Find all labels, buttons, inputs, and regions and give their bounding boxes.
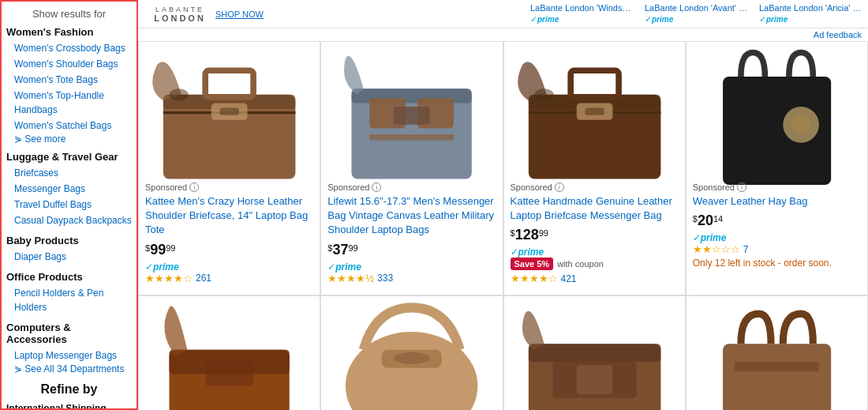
main-content: LABANTE LONDON SHOP NOW LaBante London '… xyxy=(138,0,868,410)
sidebar-item-0-3[interactable]: Women's Top-Handle Handbags xyxy=(6,88,132,118)
product-card-7: Activate WindowsActivate WindowsGo to Se… xyxy=(686,295,868,410)
sidebar-item-1-1[interactable]: Messenger Bags xyxy=(6,181,132,197)
prime-row-1: ✓prime xyxy=(327,261,496,273)
intl-shipping-title: International Shipping What's this? xyxy=(6,403,132,410)
price-row-2: $12899 xyxy=(511,227,679,243)
prime-label-2: prime xyxy=(518,246,544,258)
see-more-0[interactable]: ⋟ See more xyxy=(6,134,132,145)
stars-row-1: ★★★★½333 xyxy=(327,273,496,284)
save-row-2: Save 5%with coupon xyxy=(511,258,679,270)
sidebar-item-1-2[interactable]: Travel Duffel Bags xyxy=(6,197,132,213)
price-row-3: $2014 xyxy=(693,213,861,229)
review-count-0[interactable]: 261 xyxy=(196,273,211,284)
prime-label-3: prime xyxy=(701,232,727,243)
sidebar-item-0-2[interactable]: Women's Tote Bags xyxy=(6,72,132,88)
svg-point-6 xyxy=(169,89,188,101)
svg-point-19 xyxy=(534,89,553,101)
stars-3: ★★☆☆☆ xyxy=(693,243,740,255)
product-image-6[interactable] xyxy=(511,304,679,410)
prime-row-2: ✓prime xyxy=(511,246,679,258)
product-title-1[interactable]: Lifewit 15.6"-17.3" Men's Messenger Bag … xyxy=(327,194,496,238)
sidebar-item-0-1[interactable]: Women's Shoulder Bags xyxy=(6,56,132,72)
sidebar-category-title-4: Computers & Accessories xyxy=(6,322,132,345)
prime-label-1: prime xyxy=(335,261,361,273)
price-main-2: 128 xyxy=(515,227,539,243)
product-image-7[interactable] xyxy=(693,304,861,410)
brand-product-0[interactable]: LaBante London 'Windsor' Vegan ... xyxy=(530,3,633,13)
prime-check-0: ✓ xyxy=(145,261,153,273)
stars-row-0: ★★★★☆261 xyxy=(145,273,313,284)
product-title-2[interactable]: Kattee Handmade Genuine Leather Laptop B… xyxy=(511,194,679,223)
stars-row-3: ★★☆☆☆7 xyxy=(693,243,861,255)
brand-logo: LABANTE LONDON xyxy=(144,6,215,23)
sponsored-text-1: Sponsored xyxy=(327,182,369,192)
sidebar-item-3-0[interactable]: Pencil Holders & Pen Holders xyxy=(6,285,132,315)
brand-product-prime-0: ✓prime xyxy=(530,13,633,24)
svg-rect-15 xyxy=(571,71,619,98)
product-grid: SponsorediKattee Men's Crazy Horse Leath… xyxy=(138,41,868,410)
stock-warning-3: Only 12 left in stock - order soon. xyxy=(693,258,861,269)
sidebar-item-0-0[interactable]: Women's Crossbody Bags xyxy=(6,40,132,56)
product-card-1: SponsorediLifewit 15.6"-17.3" Men's Mess… xyxy=(320,41,503,295)
product-image-3[interactable] xyxy=(693,50,861,176)
price-cents-3: 14 xyxy=(713,214,723,224)
sponsored-text-0: Sponsored xyxy=(145,182,187,192)
sidebar-category-title-1: Luggage & Travel Gear xyxy=(6,151,132,163)
svg-rect-33 xyxy=(723,344,831,410)
svg-point-22 xyxy=(791,115,810,134)
sponsored-text-2: Sponsored xyxy=(511,182,552,192)
brand-product-1[interactable]: LaBante London 'Avant' Vegan Le... xyxy=(645,3,747,13)
sidebar-item-2-0[interactable]: Diaper Bags xyxy=(6,249,132,265)
brand-product-2[interactable]: LaBante London 'Aricia' Vegan Le... xyxy=(759,3,862,13)
refine-by-title: Refine by xyxy=(6,382,132,397)
svg-point-28 xyxy=(394,352,430,364)
svg-rect-32 xyxy=(576,365,612,394)
svg-rect-25 xyxy=(205,362,253,386)
product-image-2[interactable] xyxy=(511,50,679,176)
brand-products: LaBante London 'Windsor' Vegan ...✓prime… xyxy=(279,3,862,24)
prime-row-0: ✓prime xyxy=(145,261,313,273)
price-main-3: 20 xyxy=(698,213,713,229)
product-card-3: SponsorediWeaver Leather Hay Bag$2014✓pr… xyxy=(686,41,868,295)
svg-rect-5 xyxy=(219,108,238,115)
prime-label-0: prime xyxy=(153,261,179,273)
review-count-1[interactable]: 333 xyxy=(377,273,393,284)
sidebar-item-0-4[interactable]: Women's Satchel Bags xyxy=(6,118,132,134)
brand-product-prime-1: ✓prime xyxy=(645,13,747,24)
brand-logo-bottom: LONDON xyxy=(154,13,206,23)
sidebar-category-title-3: Office Products xyxy=(6,271,132,283)
product-card-6: Vintage Leather Messenger Bag★★★★☆ xyxy=(503,295,686,410)
sidebar-item-1-0[interactable]: Briefcases xyxy=(6,165,132,181)
see-more-4[interactable]: ⋟ See All 34 Departments xyxy=(6,363,132,374)
prime-check-3: ✓ xyxy=(693,232,701,243)
sidebar: Show results for Women's FashionWomen's … xyxy=(0,0,138,410)
brand-logo-top: LABANTE xyxy=(155,6,204,13)
review-count-3[interactable]: 7 xyxy=(743,244,749,255)
sidebar-item-1-3[interactable]: Casual Daypack Backpacks xyxy=(6,213,132,228)
shop-now-link[interactable]: SHOP NOW xyxy=(215,9,264,19)
product-image-0[interactable] xyxy=(145,50,313,176)
price-cents-2: 99 xyxy=(539,228,548,238)
product-card-4: Brown Leather Satchel★★★★☆ xyxy=(138,295,320,410)
price-cents-1: 99 xyxy=(348,243,357,253)
product-image-1[interactable] xyxy=(327,50,496,176)
brand-product-prime-2: ✓prime xyxy=(759,13,862,24)
stars-0: ★★★★☆ xyxy=(145,273,193,284)
product-image-4[interactable] xyxy=(145,304,313,410)
product-title-0[interactable]: Kattee Men's Crazy Horse Leather Shoulde… xyxy=(145,194,313,238)
stars-1: ★★★★½ xyxy=(327,273,374,284)
prime-row-3: ✓prime xyxy=(693,232,861,243)
svg-rect-34 xyxy=(735,362,819,371)
price-main-1: 37 xyxy=(332,242,348,258)
sponsored-info-3[interactable]: i xyxy=(737,182,746,192)
price-cents-0: 99 xyxy=(166,243,175,253)
product-image-5[interactable] xyxy=(327,304,496,410)
coupon-text-2: with coupon xyxy=(557,259,604,269)
sponsored-info-2[interactable]: i xyxy=(555,182,564,192)
svg-rect-11 xyxy=(370,134,455,141)
sidebar-item-4-0[interactable]: Laptop Messenger Bags xyxy=(6,348,132,363)
svg-rect-30 xyxy=(528,344,660,362)
sidebar-category-title-2: Baby Products xyxy=(6,235,132,246)
show-results-for-label: Show results for xyxy=(6,8,132,20)
svg-rect-12 xyxy=(394,107,430,125)
